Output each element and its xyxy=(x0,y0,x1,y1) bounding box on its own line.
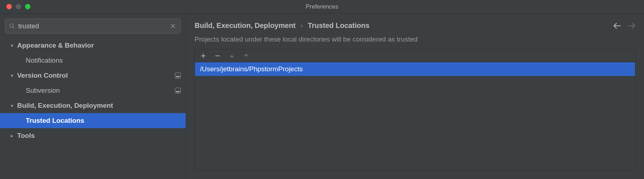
move-up-button[interactable] xyxy=(229,54,235,58)
sidebar-item-subversion[interactable]: Subversion xyxy=(0,83,186,98)
clear-search-icon[interactable]: ✕ xyxy=(169,22,177,30)
svg-point-0 xyxy=(10,24,14,28)
search-icon xyxy=(9,23,15,29)
list-item[interactable]: /Users/jetbrains/PhpstormProjects xyxy=(195,62,635,76)
sidebar-item-label: Trusted Locations xyxy=(26,117,181,125)
sidebar-item-notifications[interactable]: Notifications xyxy=(0,53,186,68)
list-toolbar xyxy=(195,49,635,62)
sidebar-item-version-control[interactable]: ▾ Version Control xyxy=(0,68,186,83)
page-description: Projects located under these local direc… xyxy=(186,33,644,49)
breadcrumb-current: Trusted Locations xyxy=(308,21,369,30)
trusted-locations-list: /Users/jetbrains/PhpstormProjects xyxy=(195,49,635,170)
move-down-button[interactable] xyxy=(243,54,249,58)
nav-arrows xyxy=(613,23,635,29)
breadcrumb-parent[interactable]: Build, Execution, Deployment xyxy=(195,21,296,30)
sidebar-item-label: Version Control xyxy=(17,72,175,79)
settings-tree: ▾ Appearance & Behavior Notifications ▾ … xyxy=(0,38,186,179)
content-pane: Build, Execution, Deployment › Trusted L… xyxy=(186,14,644,179)
sidebar: ✕ ▾ Appearance & Behavior Notifications … xyxy=(0,14,186,179)
project-settings-icon xyxy=(175,73,181,78)
add-button[interactable] xyxy=(200,53,206,58)
close-window-button[interactable] xyxy=(6,4,12,9)
sidebar-item-label: Appearance & Behavior xyxy=(17,42,181,49)
remove-button[interactable] xyxy=(214,53,221,58)
list-body[interactable]: /Users/jetbrains/PhpstormProjects xyxy=(195,62,635,170)
sidebar-item-tools[interactable]: ▸ Tools xyxy=(0,128,186,143)
project-settings-icon xyxy=(175,88,181,93)
forward-icon[interactable] xyxy=(628,23,635,29)
sidebar-item-label: Notifications xyxy=(26,57,181,64)
chevron-down-icon: ▾ xyxy=(9,103,15,108)
breadcrumb: Build, Execution, Deployment › Trusted L… xyxy=(195,21,608,30)
traffic-lights xyxy=(0,4,30,9)
minimize-window-button[interactable] xyxy=(16,4,21,9)
search-input[interactable] xyxy=(15,22,169,30)
location-path: /Users/jetbrains/PhpstormProjects xyxy=(200,65,303,73)
svg-line-1 xyxy=(13,27,14,28)
chevron-down-icon: ▾ xyxy=(9,73,15,78)
search-field[interactable]: ✕ xyxy=(5,19,181,34)
sidebar-item-build-execution-deployment[interactable]: ▾ Build, Execution, Deployment xyxy=(0,98,186,113)
sidebar-item-label: Subversion xyxy=(26,87,175,95)
back-icon[interactable] xyxy=(613,23,621,29)
maximize-window-button[interactable] xyxy=(25,4,30,9)
breadcrumb-row: Build, Execution, Deployment › Trusted L… xyxy=(186,14,644,33)
sidebar-item-trusted-locations[interactable]: Trusted Locations xyxy=(0,113,186,128)
sidebar-item-appearance-behavior[interactable]: ▾ Appearance & Behavior xyxy=(0,38,186,53)
body: ✕ ▾ Appearance & Behavior Notifications … xyxy=(0,14,644,179)
sidebar-item-label: Build, Execution, Deployment xyxy=(17,102,181,110)
window-title: Preferences xyxy=(306,3,338,10)
chevron-right-icon: › xyxy=(301,22,303,29)
chevron-down-icon: ▾ xyxy=(9,43,15,48)
sidebar-item-label: Tools xyxy=(17,132,181,140)
titlebar: Preferences xyxy=(0,0,644,14)
preferences-window: Preferences ✕ ▾ Appearance & Behavior No… xyxy=(0,0,644,179)
chevron-right-icon: ▸ xyxy=(9,133,15,139)
